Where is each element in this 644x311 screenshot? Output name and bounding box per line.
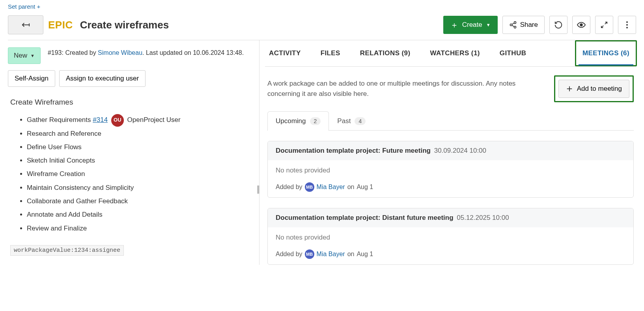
subtab-label: Past <box>337 117 351 125</box>
meeting-title: Documentation template project: Distant … <box>276 214 454 221</box>
set-parent-label: Set parent <box>8 3 35 10</box>
share-icon <box>509 21 517 29</box>
author-link[interactable]: Simone Wibeau <box>98 49 142 56</box>
svg-line-5 <box>512 23 514 24</box>
mention-name[interactable]: OpenProject User <box>127 116 181 124</box>
highlight-box: Add to meeting <box>554 75 634 102</box>
chevron-down-icon: ▼ <box>30 53 35 58</box>
plus-icon: ＋ <box>450 20 458 30</box>
list-item: Collaborate and Gather Feedback <box>27 195 251 208</box>
wp-reference-link[interactable]: #314 <box>93 116 108 124</box>
list-item: Annotate and Add Details <box>27 208 251 221</box>
description-title: Create Wireframes <box>10 98 251 107</box>
svg-point-4 <box>514 26 516 28</box>
added-by-row: Added by MB Mia Bayer on Aug 1 <box>276 249 625 259</box>
set-parent-link[interactable]: Set parent + <box>8 3 40 10</box>
list-item: Research and Reference <box>27 127 251 140</box>
meeting-card: Documentation template project: Distant … <box>267 208 634 265</box>
macro-code: workPackageValue:1234:assignee <box>10 245 124 256</box>
more-button[interactable] <box>618 16 636 34</box>
meeting-header[interactable]: Documentation template project: Distant … <box>268 208 633 227</box>
svg-point-10 <box>626 21 628 23</box>
tab-meetings[interactable]: MEETINGS (6) <box>581 41 631 65</box>
svg-point-3 <box>510 24 512 26</box>
avatar: OU <box>111 114 124 127</box>
back-button[interactable] <box>8 15 43 34</box>
list-item: Define User Flows <box>27 141 251 154</box>
list-item: Wireframe Creation <box>27 168 251 180</box>
plus-icon <box>566 85 573 92</box>
subtab-past[interactable]: Past 4 <box>329 111 374 131</box>
meeting-card: Documentation template project: Future m… <box>267 141 634 198</box>
highlight-box: MEETINGS (6) <box>575 40 637 66</box>
meeting-header[interactable]: Documentation template project: Future m… <box>268 141 633 160</box>
meetings-intro-text: A work package can be added to one or mu… <box>267 79 548 99</box>
no-notes-text: No notes provided <box>276 234 625 242</box>
eye-icon <box>577 22 586 28</box>
author-link[interactable]: Mia Bayer <box>317 184 345 191</box>
count-badge: 2 <box>310 117 321 125</box>
resize-handle[interactable]: ▮▮ <box>257 185 260 193</box>
subtab-label: Upcoming <box>276 117 306 125</box>
task-list: Gather Requirements #314 OU OpenProject … <box>27 114 251 235</box>
share-button[interactable]: Share <box>502 16 545 34</box>
svg-point-12 <box>626 27 628 28</box>
list-item: Sketch Initial Concepts <box>27 154 251 167</box>
svg-line-6 <box>512 25 514 26</box>
share-label: Share <box>520 21 538 29</box>
fullscreen-icon <box>601 21 608 28</box>
create-label: Create <box>462 21 482 29</box>
svg-point-11 <box>626 24 628 26</box>
page-title[interactable]: Create wireframes <box>80 19 169 31</box>
plus-icon: + <box>37 3 40 10</box>
kebab-icon <box>626 21 628 29</box>
type-label: EPIC <box>48 19 73 31</box>
meta-info: #193: Created by Simone Wibeau. Last upd… <box>48 47 244 58</box>
tab-files[interactable]: FILES <box>319 41 342 65</box>
add-to-meeting-button[interactable]: Add to meeting <box>558 80 629 98</box>
meeting-title: Documentation template project: Future m… <box>276 147 431 154</box>
list-item: Maintain Consistency and Simplicity <box>27 182 251 194</box>
tab-watchers[interactable]: WATCHERS (1) <box>429 41 482 65</box>
watch-button[interactable] <box>572 16 590 34</box>
add-meeting-label: Add to meeting <box>577 85 622 93</box>
no-notes-text: No notes provided <box>276 167 625 174</box>
activity-icon <box>554 21 563 29</box>
subtab-upcoming[interactable]: Upcoming 2 <box>267 111 329 131</box>
svg-point-2 <box>514 22 516 24</box>
avatar: MB <box>305 182 314 192</box>
create-button[interactable]: ＋ Create ▼ <box>443 16 498 34</box>
list-item: Review and Finalize <box>27 222 251 235</box>
meeting-date: 05.12.2025 10:00 <box>457 214 509 221</box>
meeting-date: 30.09.2024 10:00 <box>434 147 486 154</box>
back-arrow-icon <box>21 22 30 28</box>
added-by-row: Added by MB Mia Bayer on Aug 1 <box>276 182 625 192</box>
list-item: Gather Requirements #314 OU OpenProject … <box>27 114 251 127</box>
fullscreen-button[interactable] <box>595 16 613 34</box>
tab-activity[interactable]: ACTIVITY <box>267 41 302 65</box>
tab-github[interactable]: GITHUB <box>498 41 528 65</box>
self-assign-button[interactable]: Self-Assign <box>8 70 55 87</box>
svg-point-7 <box>580 24 582 26</box>
tab-relations[interactable]: RELATIONS (9) <box>358 41 412 65</box>
activity-button[interactable] <box>549 16 567 34</box>
chevron-down-icon: ▼ <box>486 22 491 27</box>
assign-executing-button[interactable]: Assign to executing user <box>59 70 146 87</box>
status-dropdown[interactable]: New ▼ <box>8 47 41 64</box>
author-link[interactable]: Mia Bayer <box>317 251 345 258</box>
status-label: New <box>14 52 27 60</box>
count-badge: 4 <box>355 117 366 125</box>
avatar: MB <box>305 249 314 259</box>
